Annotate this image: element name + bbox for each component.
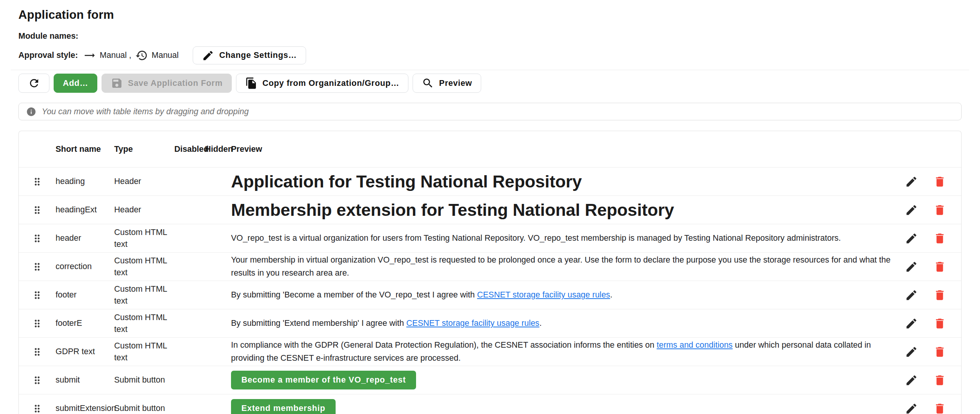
- table-row: correction Custom HTML text Your members…: [19, 253, 961, 281]
- approval-initial-value: Manual ,: [100, 51, 131, 60]
- delete-row-button[interactable]: [928, 227, 951, 250]
- drag-handle[interactable]: [19, 346, 56, 358]
- delete-icon: [933, 204, 946, 217]
- edit-icon: [905, 232, 918, 245]
- delete-icon: [933, 289, 946, 302]
- type-cell: Custom HTML text: [114, 340, 174, 363]
- drag-handle[interactable]: [19, 204, 56, 216]
- type-cell: Header: [114, 204, 174, 216]
- table-row: footerE Custom HTML text By submitting '…: [19, 309, 961, 338]
- history-icon: [135, 49, 148, 62]
- delete-icon: [933, 345, 946, 358]
- drag-handle[interactable]: [19, 261, 56, 273]
- drag-handle[interactable]: [19, 318, 56, 329]
- edit-row-button[interactable]: [900, 369, 923, 392]
- delete-row-button[interactable]: [928, 255, 951, 278]
- header-divider: [11, 70, 969, 70]
- edit-icon: [905, 204, 918, 217]
- type-cell: Custom HTML text: [114, 255, 174, 278]
- delete-icon: [933, 317, 946, 330]
- column-header-type: Type: [114, 145, 174, 154]
- preview-submit-button[interactable]: Become a member of the VO_repo_test: [231, 371, 416, 389]
- type-cell: Header: [114, 176, 174, 187]
- short-name-cell: submit: [56, 375, 114, 385]
- delete-icon: [933, 232, 946, 245]
- delete-row-button[interactable]: [928, 340, 951, 363]
- edit-row-button[interactable]: [900, 312, 923, 335]
- edit-row-button[interactable]: [900, 227, 923, 250]
- preview-html-text: By submitting 'Extend membership' I agre…: [231, 317, 900, 330]
- edit-row-button[interactable]: [900, 255, 923, 278]
- preview-link[interactable]: CESNET storage facility usage rules: [406, 319, 539, 328]
- search-icon: [422, 77, 434, 89]
- short-name-cell: footer: [56, 290, 114, 300]
- preview-html-text: Your membership in virtual organization …: [231, 254, 900, 279]
- short-name-cell: header: [56, 233, 114, 243]
- refresh-icon: [28, 77, 40, 89]
- delete-row-button[interactable]: [928, 199, 951, 222]
- delete-row-button[interactable]: [928, 397, 951, 414]
- drag-handle[interactable]: [19, 375, 56, 386]
- drag-indicator-icon: [31, 318, 43, 329]
- drag-handle[interactable]: [19, 289, 56, 301]
- preview-html-text: VO_repo_test is a virtual organization f…: [231, 232, 900, 245]
- short-name-cell: heading: [56, 177, 114, 186]
- column-header-hidden: Hidden: [205, 145, 231, 154]
- type-cell: Custom HTML text: [114, 227, 174, 250]
- edit-icon: [905, 374, 918, 387]
- edit-row-button[interactable]: [900, 397, 923, 414]
- table-row: submitExtension Submit button Extend mem…: [19, 394, 961, 414]
- arrow-right-icon: [83, 49, 96, 62]
- edit-icon: [905, 317, 918, 330]
- drag-indicator-icon: [31, 403, 43, 414]
- delete-row-button[interactable]: [928, 284, 951, 307]
- edit-icon: [905, 402, 918, 414]
- edit-row-button[interactable]: [900, 170, 923, 193]
- edit-row-button[interactable]: [900, 340, 923, 363]
- save-icon: [111, 77, 123, 89]
- delete-icon: [933, 374, 946, 387]
- table-row: headingExt Header Membership extension f…: [19, 196, 961, 224]
- refresh-button[interactable]: [18, 74, 49, 93]
- drag-handle[interactable]: [19, 403, 56, 414]
- drag-indicator-icon: [31, 233, 43, 244]
- edit-icon: [202, 49, 214, 62]
- edit-row-button[interactable]: [900, 199, 923, 222]
- delete-row-button[interactable]: [928, 170, 951, 193]
- alert-text: You can move with table items by draggin…: [42, 107, 249, 117]
- copy-icon: [245, 77, 257, 89]
- edit-icon: [905, 345, 918, 358]
- column-header-disabled: Disabled: [174, 145, 205, 154]
- drag-handle[interactable]: [19, 233, 56, 244]
- table-header-row: Short name Type Disabled Hidden Preview: [19, 131, 961, 168]
- form-items-table: Short name Type Disabled Hidden Preview …: [18, 131, 962, 414]
- short-name-cell: correction: [56, 262, 114, 271]
- edit-row-button[interactable]: [900, 284, 923, 307]
- type-cell: Submit button: [114, 374, 174, 386]
- preview-submit-button[interactable]: Extend membership: [231, 399, 336, 414]
- info-icon: [26, 107, 36, 117]
- preview-link[interactable]: terms and conditions: [657, 340, 733, 350]
- add-button[interactable]: Add…: [54, 74, 97, 93]
- change-settings-button[interactable]: Change Settings…: [193, 46, 306, 64]
- drag-indicator-icon: [31, 261, 43, 273]
- type-cell: Custom HTML text: [114, 312, 174, 335]
- preview-link[interactable]: CESNET storage facility usage rules: [477, 290, 610, 299]
- delete-icon: [933, 175, 946, 188]
- delete-icon: [933, 260, 946, 273]
- page-title: Application form: [18, 8, 962, 22]
- table-row: header Custom HTML text VO_repo_test is …: [19, 224, 961, 253]
- drag-handle[interactable]: [19, 176, 56, 187]
- delete-row-button[interactable]: [928, 312, 951, 335]
- preview-button[interactable]: Preview: [413, 74, 481, 93]
- short-name-cell: GDPR text: [56, 347, 114, 356]
- drag-indicator-icon: [31, 204, 43, 216]
- column-header-short-name: Short name: [56, 145, 114, 154]
- drag-indicator-icon: [31, 346, 43, 358]
- toolbar: Add… Save Application Form Copy from Org…: [18, 74, 962, 93]
- save-application-form-button[interactable]: Save Application Form: [102, 74, 232, 93]
- approval-style-label: Approval style:: [18, 51, 78, 60]
- drag-indicator-icon: [31, 176, 43, 187]
- delete-row-button[interactable]: [928, 369, 951, 392]
- copy-from-organization-group-button[interactable]: Copy from Organization/Group…: [236, 74, 408, 93]
